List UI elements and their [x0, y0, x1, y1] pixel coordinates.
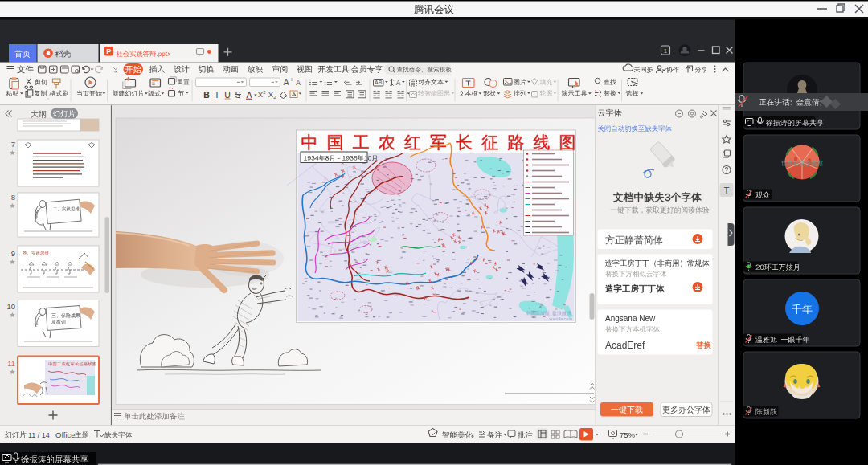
svg-text:11: 11	[7, 359, 15, 368]
svg-text:10: 10	[6, 302, 15, 311]
svg-text:75%: 75%	[620, 430, 636, 439]
svg-text:AB: AB	[375, 80, 383, 85]
svg-text:xuexila.com: xuexila.com	[549, 316, 572, 321]
svg-text:1: 1	[664, 47, 668, 55]
svg-text:A: A	[283, 77, 289, 87]
svg-text:7: 7	[11, 140, 15, 149]
svg-text:8: 8	[11, 193, 15, 202]
svg-text:A: A	[396, 79, 401, 87]
svg-text:U: U	[224, 90, 231, 100]
svg-text:Angsana New: Angsana New	[605, 314, 656, 323]
svg-text:A: A	[246, 90, 252, 100]
svg-text:B: B	[203, 90, 210, 100]
svg-text:I: I	[216, 90, 219, 100]
svg-text:9: 9	[11, 249, 15, 258]
svg-text:AcadEref: AcadEref	[605, 340, 645, 351]
svg-text:A: A	[296, 79, 301, 87]
svg-text:P: P	[106, 47, 111, 55]
svg-text:+: +	[290, 76, 294, 84]
svg-text:11 / 14: 11 / 14	[28, 431, 50, 439]
svg-text:Office: Office	[55, 430, 76, 439]
svg-text:T: T	[723, 186, 729, 195]
